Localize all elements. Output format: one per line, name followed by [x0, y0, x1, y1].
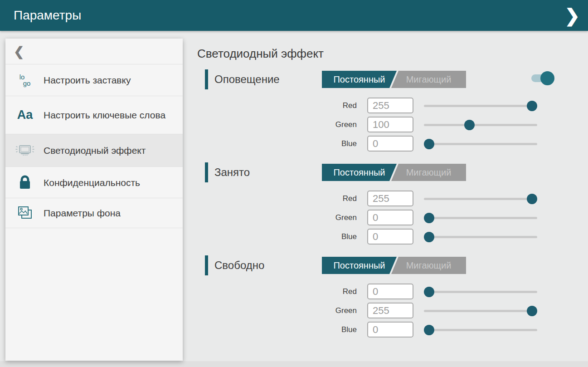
blue-slider[interactable] [424, 227, 537, 246]
slider-thumb[interactable] [424, 325, 434, 335]
red-label: Red [315, 189, 357, 208]
mode-toggle: Постоянный Мигающий [322, 71, 471, 88]
section-label: Занято [214, 162, 250, 182]
page-title: Параметры [14, 8, 81, 23]
slider-thumb[interactable] [527, 306, 537, 316]
slider-thumb[interactable] [424, 213, 434, 223]
green-label: Green [315, 115, 357, 134]
mode-blinking-button[interactable]: Мигающий [391, 164, 466, 181]
sidebar-item-splash-screen[interactable]: logo Настроить заставку [5, 64, 183, 96]
green-label: Green [315, 208, 357, 227]
slider-thumb[interactable] [527, 101, 537, 111]
slider-track [424, 310, 537, 312]
green-slider[interactable] [424, 208, 537, 227]
led-section-free: Свободно Постоянный Мигающий Red Green [197, 255, 583, 339]
green-slider[interactable] [424, 301, 537, 320]
green-value-input[interactable] [367, 303, 413, 318]
slider-track [424, 198, 537, 200]
blue-slider[interactable] [424, 320, 537, 339]
slider-thumb[interactable] [527, 194, 537, 204]
sidebar-item-privacy[interactable]: Конфиденциальность [5, 167, 183, 198]
blue-value-input[interactable] [367, 136, 413, 152]
mode-toggle: Постоянный Мигающий [322, 257, 471, 274]
slider-track [424, 291, 537, 293]
led-section-busy: Занято Постоянный Мигающий Red Green [197, 162, 583, 246]
chevron-right-icon[interactable]: ❯ [564, 5, 580, 26]
sidebar-item-label: Параметры фона [37, 207, 121, 219]
red-value-input[interactable] [367, 284, 413, 299]
slider-thumb[interactable] [464, 120, 475, 130]
blue-label: Blue [315, 320, 357, 339]
led-screen-icon [13, 142, 37, 160]
blue-value-input[interactable] [367, 322, 413, 338]
red-value-input[interactable] [367, 98, 413, 113]
enable-toggle-switch[interactable] [531, 74, 549, 82]
slider-track [424, 143, 537, 145]
sidebar-back-button[interactable]: ❮ [5, 39, 183, 64]
accent-bar [205, 162, 208, 182]
mode-solid-button[interactable]: Постоянный [322, 71, 397, 88]
blue-value-input[interactable] [367, 229, 413, 245]
bottom-edge [0, 361, 588, 367]
slider-thumb[interactable] [424, 287, 434, 297]
sidebar-item-keywords[interactable]: Aa Настроить ключевые слова [5, 96, 183, 134]
sidebar-item-label: Конфиденциальность [37, 176, 140, 189]
green-value-input[interactable] [367, 117, 413, 132]
mode-blinking-button[interactable]: Мигающий [391, 71, 466, 88]
lock-icon [13, 173, 37, 191]
sidebar-item-led-effect[interactable]: Светодиодный эффект [5, 134, 183, 167]
sidebar-item-background[interactable]: Параметры фона [5, 198, 183, 228]
sidebar-item-label: Настроить заставку [37, 74, 131, 86]
section-label: Оповещение [214, 69, 280, 89]
section-label: Свободно [214, 255, 264, 275]
slider-thumb[interactable] [424, 232, 434, 242]
led-effect-panel: Светодиодный эффект Оповещение Постоянны… [197, 39, 583, 348]
slider-thumb[interactable] [424, 139, 434, 149]
green-label: Green [315, 301, 357, 320]
blue-slider[interactable] [424, 134, 537, 153]
sidebar-item-label: Светодиодный эффект [37, 144, 146, 157]
keywords-icon: Aa [13, 108, 37, 122]
red-slider[interactable] [424, 96, 537, 115]
mode-toggle: Постоянный Мигающий [322, 164, 471, 181]
red-slider[interactable] [424, 282, 537, 301]
background-images-icon [13, 204, 37, 223]
red-slider[interactable] [424, 189, 537, 208]
switch-knob [540, 71, 554, 85]
green-slider[interactable] [424, 115, 537, 134]
sidebar-item-label: Настроить ключевые слова [37, 109, 165, 121]
mode-solid-button[interactable]: Постоянный [322, 257, 397, 274]
slider-track [424, 236, 537, 238]
slider-track [424, 124, 537, 126]
red-label: Red [315, 282, 357, 301]
accent-bar [205, 255, 208, 275]
settings-sidebar: ❮ logo Настроить заставку Aa Настроить к… [5, 39, 183, 361]
section-title: Светодиодный эффект [197, 47, 583, 61]
app-header: Параметры ❯ [0, 0, 588, 31]
chevron-left-icon: ❮ [14, 44, 24, 59]
slider-track [424, 217, 537, 219]
mode-blinking-button[interactable]: Мигающий [391, 257, 466, 274]
red-value-input[interactable] [367, 191, 413, 206]
blue-label: Blue [315, 134, 357, 153]
logo-icon: logo [13, 74, 37, 87]
red-label: Red [315, 96, 357, 115]
led-section-notification: Оповещение Постоянный Мигающий Red Green [197, 69, 583, 153]
accent-bar [205, 69, 208, 89]
mode-solid-button[interactable]: Постоянный [322, 164, 397, 181]
slider-track [424, 329, 537, 331]
green-value-input[interactable] [367, 210, 413, 225]
slider-track [424, 105, 537, 107]
blue-label: Blue [315, 227, 357, 246]
